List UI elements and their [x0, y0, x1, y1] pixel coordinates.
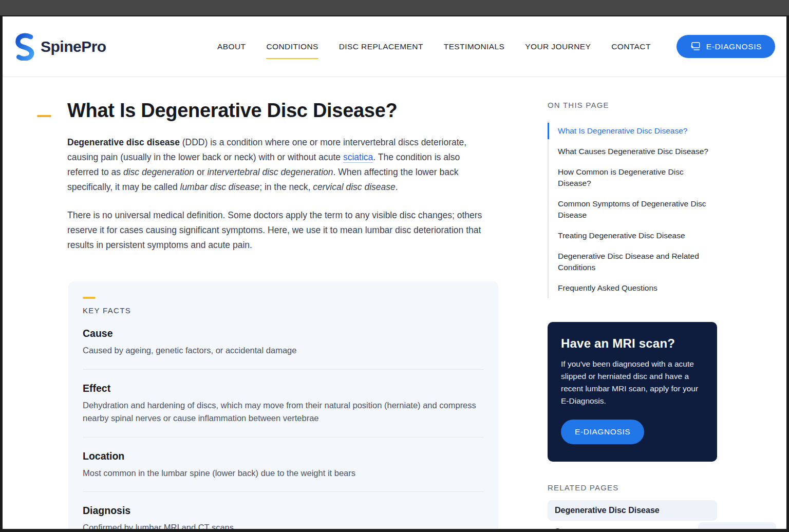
main-content: What Is Degenerative Disc Disease? Degen…	[3, 77, 786, 529]
related-item-symptoms[interactable]: Symptoms	[548, 522, 717, 529]
brand-name: SpinePro	[41, 38, 106, 55]
nav-item-your-journey[interactable]: YOUR JOURNEY	[525, 42, 591, 51]
nav-item-conditions[interactable]: CONDITIONS	[266, 42, 318, 51]
fact-divider	[83, 491, 484, 492]
fact-diagnosis: Diagnosis Confirmed by lumbar MRI and CT…	[83, 505, 484, 529]
fact-title: Location	[83, 450, 484, 462]
key-facts-card: KEY FACTS Cause Caused by ageing, geneti…	[68, 281, 498, 529]
screen-cursor-icon	[690, 42, 701, 51]
mri-card-body: If you've been diagnosed with a acute sl…	[561, 358, 703, 407]
fact-text: Confirmed by lumbar MRI and CT scans	[83, 521, 484, 529]
nav-item-about[interactable]: ABOUT	[217, 42, 246, 51]
toc-item-what-causes[interactable]: What Causes Degenerative Disc Disease?	[549, 141, 717, 162]
sciatica-link[interactable]: sciatica	[343, 152, 373, 162]
on-this-page-list: What Is Degenerative Disc Disease? What …	[548, 121, 717, 298]
article-column: What Is Degenerative Disc Disease? Degen…	[37, 100, 498, 529]
nav-item-contact[interactable]: CONTACT	[611, 42, 651, 51]
fact-cause: Cause Caused by ageing, genetic factors,…	[83, 328, 484, 357]
sidebar: ON THIS PAGE What Is Degenerative Disc D…	[548, 100, 717, 529]
e-diagnosis-header-label: E-DIAGNOSIS	[706, 42, 762, 51]
nav-item-disc-replacement[interactable]: DISC REPLACEMENT	[339, 42, 423, 51]
related-pages-list: Degenerative Disc Disease Symptoms Progr…	[548, 500, 717, 529]
title-accent-dash	[37, 115, 51, 117]
fact-divider	[83, 369, 484, 370]
toc-item-common-symptoms[interactable]: Common Symptoms of Degenerative Disc Dis…	[549, 194, 717, 225]
toc-item-what-is[interactable]: What Is Degenerative Disc Disease?	[549, 121, 717, 141]
fact-effect: Effect Dehydration and hardening of disc…	[83, 383, 484, 425]
page-title: What Is Degenerative Disc Disease?	[67, 100, 397, 122]
fact-text: Most common in the lumbar spine (lower b…	[83, 467, 484, 480]
site-header: SpinePro ABOUT CONDITIONS DISC REPLACEME…	[3, 16, 786, 77]
definition-paragraph: There is no universal medical definition…	[67, 208, 493, 253]
fact-title: Cause	[83, 328, 484, 339]
e-diagnosis-card-button[interactable]: E-DIAGNOSIS	[561, 420, 644, 444]
mri-scan-card: Have an MRI scan? If you've been diagnos…	[548, 322, 717, 462]
related-item-degenerative-disc-disease[interactable]: Degenerative Disc Disease	[548, 500, 717, 521]
related-pages: RELATED PAGES Degenerative Disc Disease …	[548, 483, 717, 529]
on-this-page-label: ON THIS PAGE	[548, 101, 717, 109]
fact-location: Location Most common in the lumbar spine…	[83, 450, 484, 480]
related-pages-label: RELATED PAGES	[548, 483, 717, 492]
brand-logo[interactable]: SpinePro	[15, 33, 106, 61]
fact-text: Caused by ageing, genetic factors, or ac…	[83, 344, 484, 357]
fact-text: Dehydration and hardening of discs, whic…	[83, 399, 484, 425]
nav-item-testimonials[interactable]: TESTIMONIALS	[444, 42, 504, 51]
main-nav: ABOUT CONDITIONS DISC REPLACEMENT TESTIM…	[217, 42, 651, 51]
toc-item-faq[interactable]: Frequently Asked Questions	[549, 278, 717, 298]
mri-card-title: Have an MRI scan?	[561, 336, 703, 351]
key-facts-label: KEY FACTS	[83, 306, 484, 315]
fact-title: Diagnosis	[83, 505, 484, 517]
e-diagnosis-header-button[interactable]: E-DIAGNOSIS	[677, 35, 775, 58]
spinepro-logo-icon	[15, 33, 35, 61]
key-facts-accent-dash	[83, 297, 96, 299]
toc-item-how-common[interactable]: How Common is Degenerative Disc Disease?	[549, 162, 717, 194]
fact-divider	[83, 437, 484, 438]
toc-item-related-conditions[interactable]: Degenerative Disc Disease and Related Co…	[549, 246, 717, 278]
toc-item-treating[interactable]: Treating Degenerative Disc Disease	[549, 225, 717, 246]
browser-page: SpinePro ABOUT CONDITIONS DISC REPLACEME…	[3, 16, 786, 529]
intro-paragraph: Degenerative disc disease (DDD) is a con…	[67, 135, 493, 195]
os-window-bar	[0, 0, 789, 15]
corner-widget-partial	[698, 522, 776, 529]
fact-title: Effect	[83, 383, 484, 394]
